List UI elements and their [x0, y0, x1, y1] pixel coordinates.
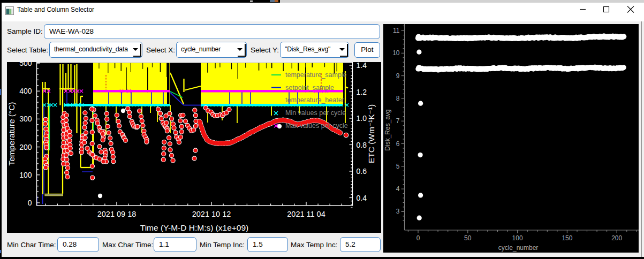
svg-text:6: 6	[396, 140, 400, 148]
svg-text:0: 0	[416, 234, 420, 242]
svg-text:50: 50	[464, 234, 472, 242]
svg-text:setpoint_sample: setpoint_sample	[285, 84, 334, 92]
svg-text:0: 0	[28, 199, 32, 207]
svg-text:2021 11 04: 2021 11 04	[287, 210, 325, 218]
svg-text:11: 11	[393, 27, 400, 34]
svg-text:1.2: 1.2	[357, 88, 367, 96]
svg-text:cycle_number: cycle_number	[498, 244, 539, 252]
svg-text:temperature_sample: temperature_sample	[285, 71, 347, 79]
svg-text:Min values per cycle: Min values per cycle	[285, 109, 346, 117]
svg-text:100: 100	[19, 171, 32, 179]
svg-text:Max values per cycle: Max values per cycle	[285, 122, 348, 130]
svg-text:150: 150	[562, 234, 572, 242]
svg-text:1.0: 1.0	[357, 114, 367, 123]
svg-text:8: 8	[396, 95, 400, 102]
svg-text:3: 3	[396, 208, 400, 215]
svg-text:0.4: 0.4	[357, 194, 367, 202]
svg-text:Temperature (°C): Temperature (°C)	[7, 102, 16, 165]
svg-text:5: 5	[396, 163, 400, 170]
svg-text:temperature_heater: temperature_heater	[285, 96, 344, 104]
svg-text:0.8: 0.8	[357, 141, 367, 149]
svg-text:1.4: 1.4	[357, 62, 367, 70]
svg-text:9: 9	[396, 72, 400, 80]
svg-text:Time (Y-M-D H:M:s) (x1e+09): Time (Y-M-D H:M:s) (x1e+09)	[140, 223, 249, 232]
svg-text:0.6: 0.6	[357, 167, 367, 176]
svg-text:200: 200	[611, 234, 622, 242]
svg-text:2021 09 18: 2021 09 18	[97, 210, 137, 218]
svg-text:400: 400	[19, 87, 32, 95]
svg-text:ETC (Wm⁻¹K⁻¹): ETC (Wm⁻¹K⁻¹)	[367, 104, 376, 163]
svg-text:Disk_Res_avg: Disk_Res_avg	[384, 109, 391, 150]
svg-text:500: 500	[19, 62, 32, 67]
svg-text:300: 300	[19, 115, 32, 123]
svg-text:2021 10 12: 2021 10 12	[192, 210, 231, 218]
svg-text:7: 7	[396, 117, 400, 125]
svg-text:200: 200	[19, 143, 32, 151]
svg-text:10: 10	[392, 49, 400, 57]
svg-text:100: 100	[512, 234, 523, 242]
svg-text:4: 4	[396, 185, 400, 193]
